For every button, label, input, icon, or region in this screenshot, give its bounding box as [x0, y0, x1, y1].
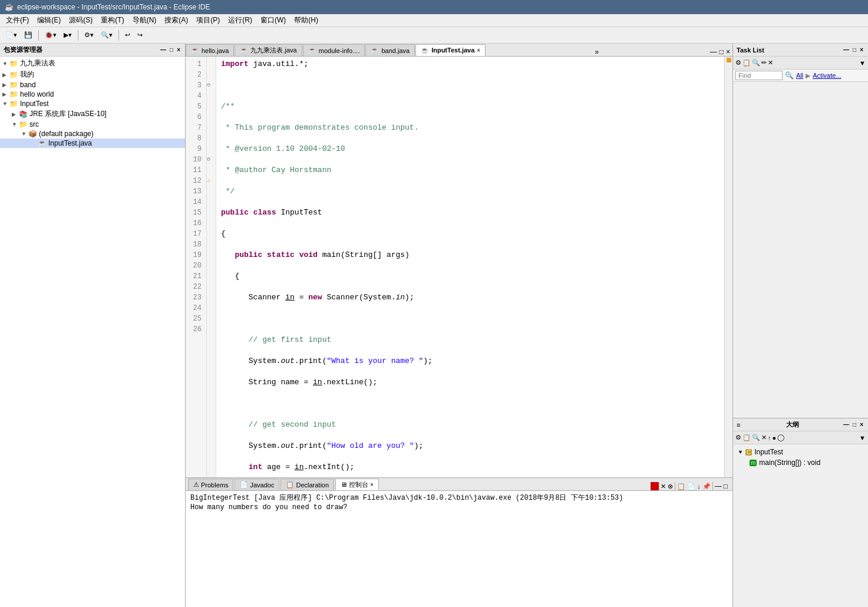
outline-method-label: main(String[]) : void [759, 458, 820, 467]
toolbar-sep-3 [118, 30, 119, 41]
editor-tabs: ☕ hello.java ☕ 九九乘法表.java ☕ module-info.… [186, 44, 732, 57]
task-toolbar-icon4[interactable]: ✏ [761, 59, 767, 67]
outline-btn1[interactable]: ⚙ [735, 434, 741, 441]
save-button[interactable]: 💾 [21, 29, 35, 41]
tree-item-jiujiu[interactable]: ▼ 📁 九九乘法表 [0, 58, 185, 69]
package-icon: 📦 [28, 130, 37, 138]
outline-toolbar: ⚙ 📋 🔍 ✕ ↑ ● ◯ ▼ [733, 431, 868, 444]
menu-source[interactable]: 源码(S) [65, 14, 96, 27]
tab-jiujiu-java[interactable]: ☕ 九九乘法表.java [235, 44, 302, 56]
tree-label: band [20, 81, 36, 89]
outline-title: 大纲 [786, 420, 799, 429]
tab-module-info[interactable]: ☕ module-info.... [303, 44, 365, 56]
console-btn4[interactable]: 📄 [687, 483, 695, 490]
library-icon: 📚 [19, 110, 28, 118]
tree-item-jre[interactable]: ▶ 📚 JRE 系统库 [JavaSE-10] [0, 108, 185, 120]
outline-inputtest[interactable]: ▼ C InputTest [735, 447, 866, 457]
console-tab-close[interactable]: × [370, 481, 374, 488]
tab-declaration[interactable]: 📋 Declaration [280, 479, 334, 490]
tab-problems[interactable]: ⚠ Problems [188, 479, 233, 490]
activate-link[interactable]: Activate... [813, 72, 841, 79]
console-maximize[interactable]: □ [724, 482, 728, 490]
outline-btn4[interactable]: ✕ [761, 434, 767, 441]
panel-minimize-btn[interactable]: — [159, 46, 167, 54]
console-scroll-btn[interactable]: ↓ [697, 483, 701, 490]
package-explorer-tree: ▼ 📁 九九乘法表 ▶ 📁 我的 ▶ 📁 band ▶ 📁 hello wor [0, 57, 185, 607]
tree-arrow: ▶ [2, 91, 8, 97]
folder-icon: 📁 [9, 71, 18, 79]
tree-item-band[interactable]: ▶ 📁 band [0, 80, 185, 90]
menu-help[interactable]: 帮助(H) [291, 14, 322, 27]
task-toolbar-icon1[interactable]: ⚙ [735, 59, 741, 67]
panel-maximize-btn[interactable]: □ [169, 46, 174, 54]
outline-main[interactable]: m main(String[]) : void [735, 457, 866, 468]
tab-band-java[interactable]: ☕ band.java [365, 44, 415, 56]
tree-item-src[interactable]: ▼ 📁 src [0, 120, 185, 129]
java-icon: ☕ [308, 47, 316, 54]
task-toolbar-icon2[interactable]: 📋 [742, 59, 751, 67]
console-btn1[interactable]: ✕ [661, 483, 666, 490]
console-minimize[interactable]: — [715, 482, 722, 490]
code-content[interactable]: import java.util.*; /** * This program d… [216, 57, 724, 477]
outline-btn7[interactable]: ◯ [777, 434, 784, 441]
all-link[interactable]: All [796, 72, 803, 79]
tree-arrow: ▼ [12, 121, 18, 127]
task-toolbar-icon3[interactable]: 🔍 [752, 59, 760, 67]
debug-button[interactable]: 🐞▾ [42, 29, 60, 41]
toolbar-extra3[interactable]: ↩ [122, 29, 133, 41]
tab-hello-java[interactable]: ☕ hello.java [186, 44, 234, 56]
menu-run[interactable]: 运行(R) [225, 14, 256, 27]
task-panel-close[interactable]: × [859, 46, 864, 54]
tree-arrow: ▶ [2, 72, 8, 78]
outline-dropdown: ▼ [859, 434, 866, 441]
task-panel-maximize[interactable]: □ [852, 46, 857, 54]
tab-inputtest-java[interactable]: ☕ InputTest.java × [415, 44, 486, 56]
console-btn3[interactable]: 📋 [677, 483, 685, 490]
outline-btn5[interactable]: ↑ [768, 434, 771, 441]
menu-refactor[interactable]: 重构(T) [97, 14, 127, 27]
console-stop-btn[interactable] [651, 482, 659, 490]
tree-item-defpkg[interactable]: ▼ 📦 (default package) [0, 129, 185, 138]
toolbar-extra[interactable]: ⚙▾ [81, 29, 97, 41]
editor-scrollbar[interactable] [724, 57, 732, 477]
menu-navigate[interactable]: 导航(N) [129, 14, 160, 27]
task-panel-minimize[interactable]: — [842, 46, 850, 54]
outline-minimize[interactable]: — [842, 421, 850, 428]
toolbar-extra4[interactable]: ↪ [134, 29, 146, 41]
tree-item-inputtestjava[interactable]: ▶ ☕ InputTest.java [0, 138, 185, 148]
tree-item-inputtest[interactable]: ▼ 📁 InputTest [0, 99, 185, 108]
menu-file[interactable]: 文件(F) [2, 14, 32, 27]
toolbar-extra2[interactable]: 🔍▾ [98, 29, 115, 41]
find-input[interactable] [735, 71, 783, 80]
problems-icon: ⚠ [193, 481, 199, 489]
tabs-overflow-btn[interactable]: » [593, 48, 602, 56]
console-content[interactable]: BigIntegerTest [Java 应用程序] C:\Program Fi… [186, 491, 732, 607]
outline-close[interactable]: × [859, 421, 864, 428]
tree-item-wode[interactable]: ▶ 📁 我的 [0, 69, 185, 80]
console-pin-btn[interactable]: 📌 [702, 483, 711, 490]
run-button[interactable]: ▶▾ [61, 29, 75, 41]
outline-btn6[interactable]: ● [773, 434, 777, 441]
tab-close-btn[interactable]: × [477, 47, 480, 54]
console-btn2[interactable]: ⊗ [668, 483, 673, 490]
outline-btn3[interactable]: 🔍 [752, 434, 760, 441]
tab-label: InputTest.java [431, 47, 474, 54]
tree-item-helloworld[interactable]: ▶ 📁 hello world [0, 90, 185, 99]
task-toolbar-icon5[interactable]: ✕ [768, 59, 773, 67]
editor-panel-close[interactable]: × [726, 48, 730, 56]
editor-panel-maximize[interactable]: □ [720, 48, 724, 56]
search-icon: 🔍 [785, 71, 794, 80]
panel-close-btn[interactable]: × [176, 46, 181, 54]
outline-actions: — □ × [842, 421, 864, 428]
menu-project[interactable]: 项目(P) [193, 14, 223, 27]
new-button[interactable]: 📄▾ [2, 29, 20, 41]
tab-javadoc[interactable]: 📄 Javadoc [235, 479, 279, 490]
menu-search[interactable]: 搜索(A) [161, 14, 192, 27]
outline-btn2[interactable]: 📋 [742, 434, 751, 441]
outline-maximize[interactable]: □ [852, 421, 857, 428]
menu-edit[interactable]: 编辑(E) [34, 14, 64, 27]
editor-panel-minimize[interactable]: — [710, 48, 717, 56]
menu-window[interactable]: 窗口(W) [257, 14, 289, 27]
package-explorer-title: 包资源管理器 [4, 45, 42, 54]
tab-console[interactable]: 🖥 控制台 × [335, 479, 379, 490]
